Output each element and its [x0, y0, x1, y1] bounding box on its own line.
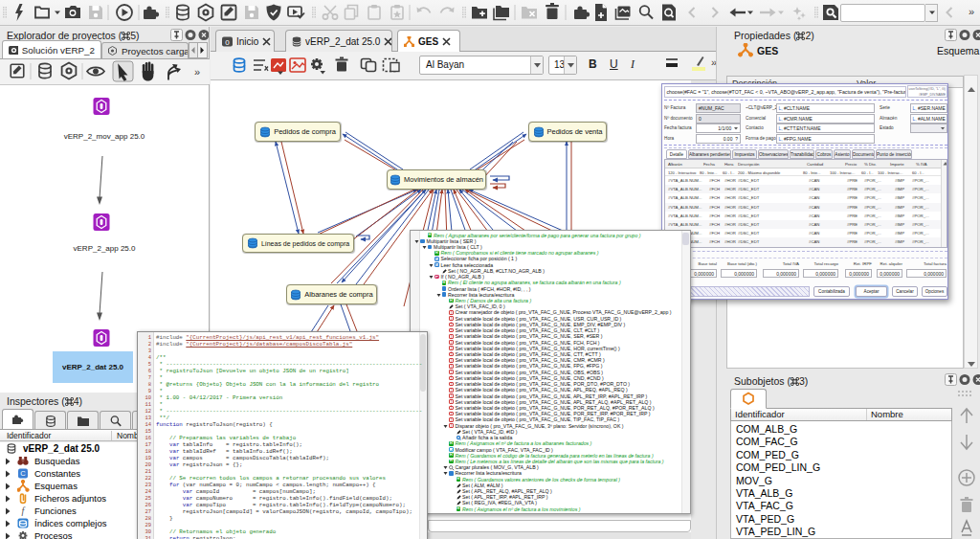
svg-text:0: 0 — [225, 37, 230, 46]
svg-text:C: C — [20, 469, 26, 478]
svg-text:f: f — [22, 505, 26, 516]
svg-text:»: » — [194, 66, 200, 78]
